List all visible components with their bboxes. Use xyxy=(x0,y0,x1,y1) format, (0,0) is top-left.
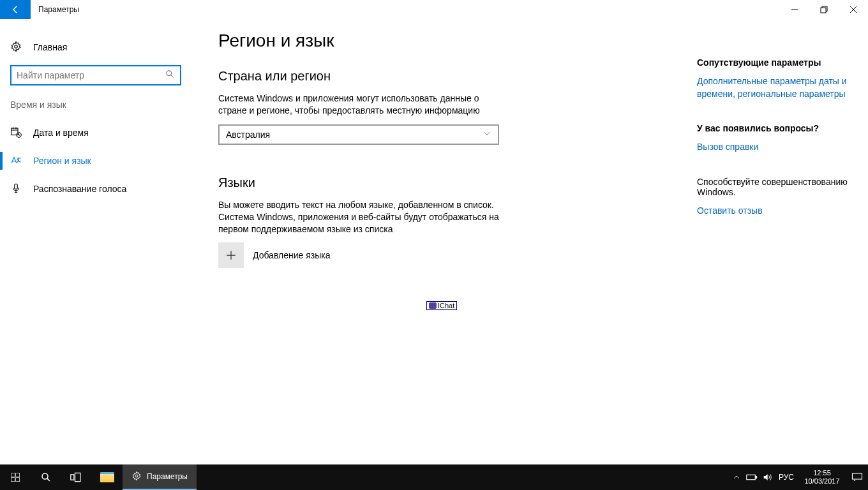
svg-rect-12 xyxy=(75,473,80,481)
add-language-label: Добавление языка xyxy=(253,250,331,260)
clock-date: 10/03/2017 xyxy=(804,477,839,486)
system-tray: РУС 12:55 10/03/2017 xyxy=(729,464,868,490)
clock[interactable]: 12:55 10/03/2017 xyxy=(798,469,846,485)
gear-icon xyxy=(10,41,22,54)
svg-point-10 xyxy=(42,473,48,479)
svg-rect-14 xyxy=(747,475,756,480)
start-button[interactable] xyxy=(0,464,31,490)
volume-icon[interactable] xyxy=(760,472,775,482)
nav-date-time[interactable]: Дата и время xyxy=(0,119,191,147)
nav-region-language[interactable]: Регион и язык xyxy=(0,147,191,175)
svg-rect-15 xyxy=(756,477,757,479)
search-input[interactable] xyxy=(10,65,181,85)
svg-rect-0 xyxy=(821,8,826,13)
settings-content: Регион и язык Страна или регион Система … xyxy=(191,19,697,464)
input-language-indicator[interactable]: РУС xyxy=(775,473,798,482)
home-nav[interactable]: Главная xyxy=(0,34,191,60)
microphone-icon xyxy=(10,182,22,196)
improve-heading: Способствуйте совершенствованию Windows. xyxy=(697,177,855,197)
window-title: Параметры xyxy=(31,0,79,19)
title-bar: Параметры xyxy=(0,0,868,19)
back-button[interactable] xyxy=(0,0,31,19)
action-center-icon[interactable] xyxy=(846,472,868,482)
ichat-watermark: IChat xyxy=(426,301,457,310)
related-heading: Сопутствующие параметры xyxy=(697,57,855,68)
svg-rect-7 xyxy=(16,473,20,477)
language-icon xyxy=(10,154,22,168)
svg-rect-8 xyxy=(11,478,15,482)
country-description: Система Windows и приложения могут испол… xyxy=(218,93,499,117)
search-field[interactable] xyxy=(17,70,165,80)
languages-heading: Языки xyxy=(218,175,671,190)
country-select[interactable]: Австралия xyxy=(218,124,499,145)
svg-point-1 xyxy=(15,45,18,48)
section-label: Время и язык xyxy=(0,100,191,110)
add-language-button[interactable]: Добавление языка xyxy=(218,242,671,268)
chevron-down-icon xyxy=(483,129,491,140)
task-view-button[interactable] xyxy=(61,464,92,490)
svg-rect-16 xyxy=(853,473,862,479)
gear-icon xyxy=(131,471,142,483)
svg-point-2 xyxy=(167,71,172,76)
taskbar-app-settings[interactable]: Параметры xyxy=(123,464,197,490)
taskbar: Параметры РУС 12:55 10/03/2017 xyxy=(0,464,868,490)
home-label: Главная xyxy=(33,42,67,52)
maximize-button[interactable] xyxy=(809,0,839,19)
nav-speech[interactable]: Распознавание голоса xyxy=(0,175,191,203)
questions-heading: У вас появились вопросы? xyxy=(697,123,855,133)
calendar-clock-icon xyxy=(10,126,22,140)
svg-rect-5 xyxy=(15,184,18,189)
battery-icon[interactable] xyxy=(744,473,760,481)
file-explorer-button[interactable] xyxy=(92,464,123,490)
feedback-link[interactable]: Оставить отзыв xyxy=(697,205,855,218)
folder-icon xyxy=(100,472,114,482)
plus-icon xyxy=(218,242,244,268)
clock-time: 12:55 xyxy=(813,469,831,477)
svg-rect-11 xyxy=(71,475,74,480)
related-panel: Сопутствующие параметры Дополнительные п… xyxy=(697,19,868,464)
search-icon xyxy=(165,69,175,82)
svg-rect-6 xyxy=(11,473,15,477)
taskbar-app-label: Параметры xyxy=(147,472,188,481)
languages-description: Вы можете вводить текст на любом языке, … xyxy=(218,199,499,235)
search-button[interactable] xyxy=(31,464,61,490)
country-heading: Страна или регион xyxy=(218,69,671,84)
svg-rect-9 xyxy=(16,478,20,482)
page-title: Регион и язык xyxy=(218,31,671,51)
ichat-icon xyxy=(429,302,437,309)
nav-item-label: Распознавание голоса xyxy=(33,184,126,194)
help-link[interactable]: Вызов справки xyxy=(697,141,855,154)
settings-sidebar: Главная Время и язык Дата и время Регион… xyxy=(0,19,191,464)
nav-item-label: Регион и язык xyxy=(33,156,91,166)
related-link-date-region[interactable]: Дополнительные параметры даты и времени,… xyxy=(697,75,855,100)
minimize-button[interactable] xyxy=(780,0,809,19)
nav-item-label: Дата и время xyxy=(33,128,89,138)
close-button[interactable] xyxy=(839,0,868,19)
tray-overflow-icon[interactable] xyxy=(729,473,744,481)
ichat-label: IChat xyxy=(438,302,454,309)
country-value: Австралия xyxy=(226,130,483,140)
svg-point-13 xyxy=(135,475,138,477)
